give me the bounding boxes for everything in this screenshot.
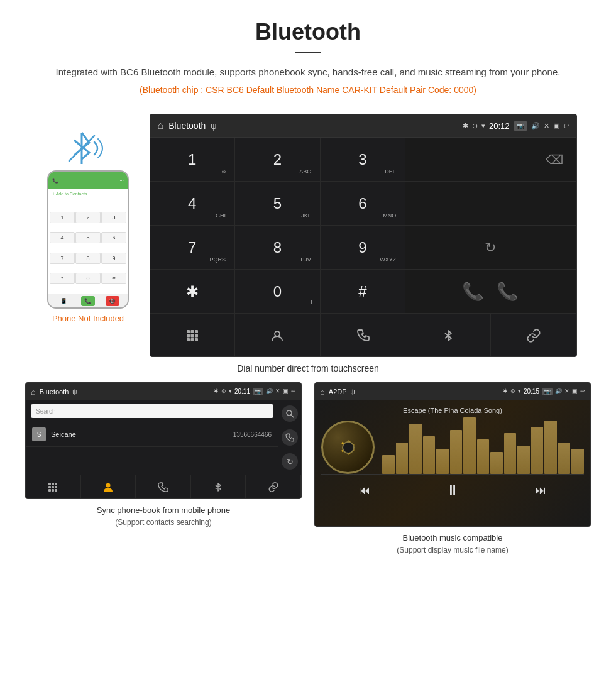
end-call-button[interactable]: 📞 — [497, 281, 519, 302]
music-home-icon[interactable]: ⌂ — [320, 387, 325, 397]
pb-vol-icon: 🔊 — [266, 388, 273, 395]
dial-key-0[interactable]: 0+ — [235, 270, 321, 314]
dial-key-2[interactable]: 2ABC — [235, 138, 321, 182]
window-icon[interactable]: ▣ — [553, 122, 559, 130]
dial-key-5[interactable]: 5JKL — [235, 182, 321, 226]
usb-icon: ψ — [211, 121, 216, 131]
backspace-button[interactable]: ⌫ — [405, 138, 576, 182]
svg-rect-6 — [190, 334, 194, 337]
album-art — [321, 421, 375, 474]
phonebook-home-icon[interactable]: ⌂ — [31, 387, 36, 397]
side-refresh-button[interactable]: ↻ — [282, 453, 298, 470]
next-track-button[interactable]: ⏭ — [527, 482, 554, 500]
phone-number-display — [48, 199, 128, 211]
dial-key-1[interactable]: 1∞ — [150, 138, 236, 182]
phone-key-6[interactable]: 6 — [101, 232, 126, 243]
pb-bottom-bt[interactable] — [191, 475, 246, 498]
dial-key-hash[interactable]: # — [321, 270, 406, 314]
pb-signal-icon: ▾ — [229, 388, 232, 395]
description-specs: (Bluetooth chip : CSR BC6 Default Blueto… — [13, 85, 603, 95]
dial-key-4[interactable]: 4GHI — [150, 182, 236, 226]
svg-rect-14 — [48, 483, 51, 485]
ms-signal-icon: ▾ — [518, 388, 521, 395]
phone-call-btn[interactable]: 📞 — [81, 296, 95, 306]
camera-button[interactable]: 📷 — [514, 121, 527, 131]
phone-key-5[interactable]: 5 — [75, 232, 101, 243]
contact-item-seicane[interactable]: S Seicane 13566664466 — [26, 422, 278, 447]
svg-rect-20 — [48, 489, 51, 492]
music-caption-sub: (Support display music file name) — [397, 544, 508, 556]
phone-key-4[interactable]: 4 — [50, 232, 75, 243]
dial-screen-header: ⌂ Bluetooth ψ ✱ ⊙ ▾ 20:12 📷 🔊 ✕ ▣ ↩ — [150, 114, 576, 137]
phone-key-8[interactable]: 8 — [75, 253, 101, 264]
phone-key-star[interactable]: * — [50, 273, 75, 284]
music-main-area — [321, 421, 584, 474]
phone-end-btn[interactable]: 📵 — [106, 296, 119, 306]
phonebook-car-screen: ⌂ Bluetooth ψ ✱ ⊙ ▾ 20:11 📷 🔊 ✕ ▣ ↩ — [25, 382, 302, 499]
dial-key-3[interactable]: 3DEF — [321, 138, 406, 182]
close-icon[interactable]: ✕ — [544, 122, 549, 130]
svg-line-13 — [291, 415, 294, 417]
phonebook-search-area: Search — [26, 400, 278, 422]
dial-key-7[interactable]: 7PQRS — [150, 226, 236, 270]
dial-key-6[interactable]: 6MNO — [321, 182, 406, 226]
phone-key-hash[interactable]: # — [101, 273, 126, 284]
refresh-button[interactable]: ↻ — [405, 226, 576, 270]
phone-key-3[interactable]: 3 — [101, 212, 126, 223]
svg-rect-21 — [52, 489, 54, 492]
dial-key-8[interactable]: 8TUV — [235, 226, 321, 270]
side-call-button[interactable] — [282, 429, 298, 446]
ms-close-icon[interactable]: ✕ — [564, 388, 569, 395]
phonebook-header-right: ✱ ⊙ ▾ 20:11 📷 🔊 ✕ ▣ ↩ — [214, 388, 296, 395]
phone-not-included-label: Phone Not Included — [52, 314, 124, 323]
bottom-bluetooth-button[interactable] — [405, 314, 491, 356]
phone-keypad: 1 2 3 4 5 6 7 8 9 * 0 # — [48, 211, 128, 294]
phonebook-header: ⌂ Bluetooth ψ ✱ ⊙ ▾ 20:11 📷 🔊 ✕ ▣ ↩ — [26, 383, 301, 400]
pb-bottom-phone[interactable] — [136, 475, 191, 498]
search-bar[interactable]: Search — [31, 404, 273, 418]
back-icon[interactable]: ↩ — [563, 122, 569, 130]
svg-rect-4 — [195, 330, 198, 333]
pb-bottom-contacts-active[interactable] — [81, 475, 136, 498]
eq-bar — [571, 449, 584, 474]
contacts-list: S Seicane 13566664466 — [26, 422, 278, 447]
phone-key-7[interactable]: 7 — [50, 253, 75, 264]
pb-bottom-link[interactable] — [246, 475, 301, 498]
svg-rect-8 — [187, 338, 190, 341]
ms-back-icon[interactable]: ↩ — [580, 388, 585, 395]
eq-bar — [477, 439, 490, 474]
volume-icon[interactable]: 🔊 — [531, 122, 540, 130]
ms-camera-icon[interactable]: 📷 — [542, 388, 553, 395]
pb-camera-icon[interactable]: 📷 — [253, 388, 263, 395]
pb-bottom-keypad[interactable] — [26, 475, 81, 498]
phone-key-1[interactable]: 1 — [50, 212, 75, 223]
side-search-button[interactable] — [282, 405, 298, 422]
bottom-contacts-button[interactable] — [235, 314, 321, 356]
answer-call-button[interactable]: 📞 — [462, 281, 484, 302]
bottom-phone-button[interactable] — [321, 314, 406, 356]
pb-close-icon[interactable]: ✕ — [275, 388, 280, 395]
phone-mockup-container: 📞 ··· + Add to Contacts 1 2 3 4 5 6 7 8 … — [40, 126, 137, 323]
home-icon[interactable]: ⌂ — [158, 120, 164, 131]
pb-back-icon[interactable]: ↩ — [291, 388, 296, 395]
phone-key-2[interactable]: 2 — [75, 212, 101, 223]
bottom-keypad-button[interactable] — [150, 314, 236, 356]
bottom-link-button[interactable] — [491, 314, 576, 356]
phone-dots: ··· — [119, 178, 124, 184]
phone-key-0[interactable]: 0 — [75, 273, 101, 284]
svg-point-23 — [106, 483, 110, 487]
dial-key-star[interactable]: ✱ — [150, 270, 236, 314]
prev-track-button[interactable]: ⏮ — [351, 482, 378, 500]
ms-time: 20:15 — [524, 388, 539, 395]
dial-key-9[interactable]: 9WXYZ — [321, 226, 406, 270]
call-buttons-cell: 📞 📞 — [405, 270, 576, 314]
eq-bar — [396, 443, 409, 474]
play-pause-button[interactable]: ⏸ — [438, 480, 467, 501]
dial-car-screen: ⌂ Bluetooth ψ ✱ ⊙ ▾ 20:12 📷 🔊 ✕ ▣ ↩ 1∞ — [150, 114, 577, 357]
music-caption: Bluetooth music compatible (Support disp… — [397, 532, 508, 556]
phone-key-9[interactable]: 9 — [101, 253, 126, 264]
dial-bottom-toolbar — [150, 314, 576, 356]
svg-rect-10 — [195, 338, 198, 341]
search-placeholder: Search — [36, 408, 56, 415]
ms-bt-icon: ✱ — [503, 388, 508, 395]
